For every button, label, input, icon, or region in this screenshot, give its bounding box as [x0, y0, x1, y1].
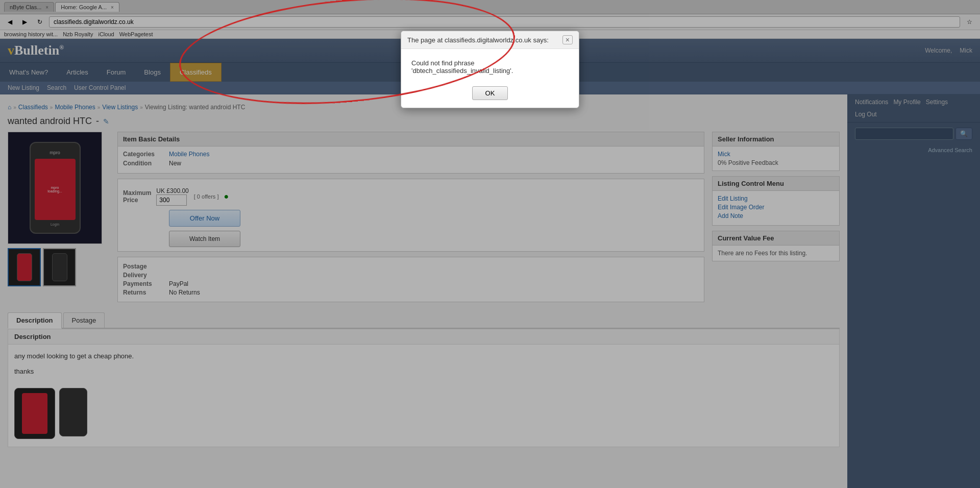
add-note-link[interactable]: Add Note	[718, 212, 834, 219]
details-header: Item Basic Details	[118, 132, 704, 147]
edit-image-order-link[interactable]: Edit Image Order	[718, 204, 834, 211]
seller-feedback: 0% Positive Feedback	[718, 159, 834, 166]
thumbnail-strip	[8, 248, 110, 286]
right-sidebar: Notifications My Profile Settings Log Ou…	[847, 94, 980, 488]
sub-nav-new-listing[interactable]: New Listing	[8, 84, 39, 91]
breadcrumb-classifieds[interactable]: Classifieds	[18, 104, 48, 111]
returns-row: Returns No Returns	[123, 289, 699, 296]
breadcrumb-mobile-phones[interactable]: Mobile Phones	[55, 104, 95, 111]
bookmark-history[interactable]: browsing history wit...	[4, 31, 58, 37]
tab-google-close[interactable]: ×	[111, 5, 114, 10]
green-dot-icon: ●	[224, 192, 229, 201]
address-bar[interactable]	[49, 16, 960, 28]
dialog-close-button[interactable]: ×	[562, 35, 573, 44]
seller-body: Mick 0% Positive Feedback	[713, 147, 839, 170]
nav-articles[interactable]: Articles	[57, 63, 97, 81]
star-button[interactable]: ☆	[963, 17, 976, 27]
description-section-header: Description	[8, 329, 839, 345]
thumb-1[interactable]	[8, 248, 41, 286]
seller-name-link[interactable]: Mick	[718, 151, 730, 158]
forward-button[interactable]: ▶	[19, 17, 31, 27]
tab-postage[interactable]: Postage	[63, 312, 105, 328]
condition-label: Condition	[123, 160, 169, 167]
control-body: Edit Listing Edit Image Order Add Note	[713, 191, 839, 225]
sidebar-search-button[interactable]: 🔍	[955, 128, 972, 140]
fee-header: Current Value Fee	[713, 231, 839, 246]
refresh-button[interactable]: ↻	[34, 17, 46, 27]
description-text-1: any model looking to get a cheap phone.	[14, 352, 833, 360]
description-images	[14, 388, 833, 439]
category-link[interactable]: Mobile Phones	[169, 151, 209, 158]
sidebar-myprofile-link[interactable]: My Profile	[893, 99, 920, 106]
price-input-group: UK £300.00	[156, 187, 188, 206]
price-input[interactable]	[156, 194, 187, 206]
payments-label: Payments	[123, 280, 169, 287]
advanced-search-link[interactable]: Advanced Search	[928, 147, 972, 153]
tab-nbyte-close[interactable]: ×	[45, 5, 48, 10]
breadcrumb-current: Viewing Listing: wanted android HTC	[145, 104, 246, 111]
sidebar-search-input[interactable]	[855, 128, 953, 140]
watch-item-button[interactable]: Watch Item	[169, 231, 240, 247]
dialog-title: The page at classifieds.digitalworldz.co…	[401, 31, 579, 49]
desc-img-2	[59, 388, 87, 436]
browser-toolbar: ◀ ▶ ↻ ☆	[0, 14, 980, 30]
desc-img-1	[14, 388, 55, 439]
bookmark-nzb[interactable]: Nzb Royalty	[63, 31, 93, 37]
category-row: Categories Mobile Phones	[123, 151, 699, 158]
edit-listing-link[interactable]: Edit Listing	[718, 195, 834, 202]
sidebar-logout-link[interactable]: Log Out	[855, 111, 877, 118]
breadcrumb-view-listings[interactable]: View Listings	[102, 104, 138, 111]
payments-value: PayPal	[169, 280, 188, 287]
tab-nbyte[interactable]: nByte Clas... ×	[4, 2, 54, 12]
seller-header: Seller Information	[713, 132, 839, 147]
header-right: Welcome, Mick	[925, 47, 972, 54]
offer-now-button[interactable]: Offer Now	[169, 210, 240, 227]
sidebar-nav-links: Notifications My Profile Settings Log Ou…	[847, 94, 980, 123]
alert-dialog: The page at classifieds.digitalworldz.co…	[401, 31, 579, 108]
nav-whats-new[interactable]: What's New?	[0, 63, 57, 81]
delivery-label: Delivery	[123, 272, 169, 279]
site-logo: vBulletin®	[8, 43, 64, 58]
bookmark-webpagetest[interactable]: WebPagetest	[119, 31, 153, 37]
username-text: Mick	[960, 47, 972, 54]
listing-right: Seller Information Mick 0% Positive Feed…	[712, 132, 840, 302]
delivery-row: Delivery	[123, 272, 699, 279]
dialog-body: Could not find phrase 'dbtech_classified…	[401, 49, 579, 82]
back-button[interactable]: ◀	[4, 17, 16, 27]
dialog-ok-button[interactable]: OK	[472, 86, 508, 100]
nav-classifieds[interactable]: Classifieds	[170, 63, 222, 82]
listing-title-text: wanted android HTC	[8, 116, 92, 127]
item-details-box: Item Basic Details Categories Mobile Pho…	[117, 132, 704, 174]
nav-blogs[interactable]: Blogs	[135, 63, 170, 81]
browser-tab-bar: nByte Clas... × Home: Google A... ×	[0, 0, 980, 14]
tab-description[interactable]: Description	[8, 312, 62, 329]
logo-v: v	[8, 43, 14, 58]
sidebar-notifications-link[interactable]: Notifications	[855, 99, 888, 106]
advanced-search-link-container: Advanced Search	[847, 145, 980, 158]
desc-img-1-screen	[22, 393, 47, 434]
thumb-2[interactable]	[43, 248, 76, 286]
logo-text: Bulletin	[14, 43, 59, 58]
listing-tabs: Description Postage	[8, 312, 840, 329]
price-section-label: Maximum	[123, 189, 151, 197]
price-box: Maximum Price UK £300.00 [ 0 offers ] ●	[117, 179, 704, 252]
returns-value: No Returns	[169, 289, 200, 296]
sub-nav-ucp[interactable]: User Control Panel	[74, 84, 126, 91]
edit-icon[interactable]: ✎	[103, 117, 109, 126]
payments-row: Payments PayPal	[123, 280, 699, 287]
breadcrumb-sep-1: »	[50, 105, 53, 110]
fee-body: There are no Fees for this listing.	[713, 246, 839, 261]
sub-nav-search[interactable]: Search	[47, 84, 66, 91]
sidebar-settings-link[interactable]: Settings	[926, 99, 948, 106]
listing-middle: Item Basic Details Categories Mobile Pho…	[117, 132, 704, 302]
condition-value: New	[169, 160, 181, 167]
bookmark-icloud[interactable]: iCloud	[98, 31, 114, 37]
welcome-text: Welcome,	[925, 47, 952, 54]
thumb-phone-1	[17, 253, 32, 281]
tab-google[interactable]: Home: Google A... ×	[55, 2, 119, 12]
page-title: wanted android HTC - ✎	[8, 116, 840, 127]
tab-list: nByte Clas... × Home: Google A... ×	[4, 2, 119, 12]
nav-forum[interactable]: Forum	[97, 63, 135, 81]
description-body: any model looking to get a cheap phone. …	[8, 345, 839, 447]
action-buttons: Offer Now Watch Item	[169, 210, 240, 247]
